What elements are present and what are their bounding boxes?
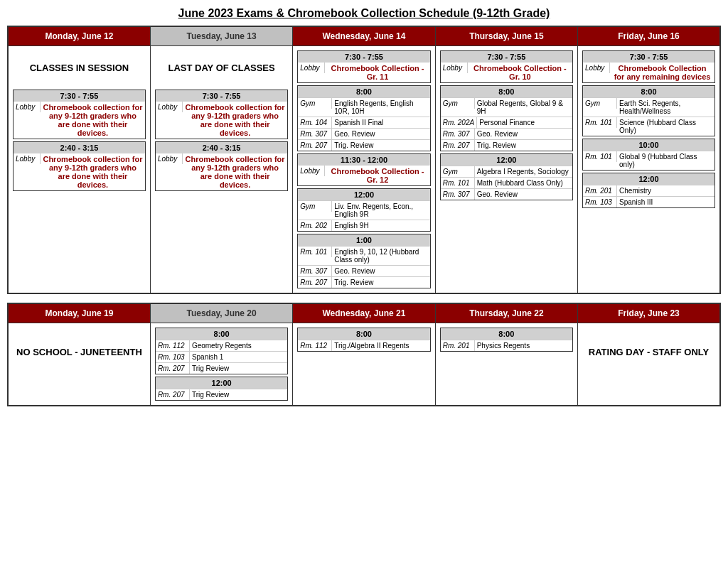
- room-label: Rm. 207: [298, 140, 332, 151]
- chromebook-block: 7:30 - 7:55LobbyChromebook collection fo…: [155, 90, 288, 139]
- chromebook-text: Chromebook Collection - Gr. 10: [468, 63, 572, 82]
- chromebook-block: 7:30 - 7:55LobbyChromebook Collection - …: [440, 50, 573, 83]
- classes-in-session: CLASSES IN SESSION: [11, 48, 148, 87]
- room-row: Rm. 307Geo. Review: [441, 128, 572, 139]
- time-label: 11:30 - 12:00: [298, 154, 429, 166]
- room-row: GymAlgebra I Regents, Sociology: [441, 166, 572, 177]
- day-header: Wednesday, June 21: [293, 303, 435, 323]
- time-label: 7:30 - 7:55: [156, 90, 287, 102]
- time-block: 12:00GymAlgebra I Regents, SociologyRm. …: [440, 153, 573, 200]
- cell-content: 7:30 - 7:55LobbyChromebook Collection - …: [293, 46, 434, 293]
- time-block: 8:00GymGlobal Regents, Global 9 & 9HRm. …: [440, 85, 573, 151]
- day-cell: CLASSES IN SESSION7:30 - 7:55LobbyChrome…: [8, 46, 150, 294]
- cell-content: CLASSES IN SESSION7:30 - 7:55LobbyChrome…: [9, 46, 150, 195]
- room-event: Geo. Review: [332, 129, 429, 139]
- room-row: GymGlobal Regents, Global 9 & 9H: [441, 97, 572, 117]
- day-cell: 7:30 - 7:55LobbyChromebook Collection fo…: [578, 46, 720, 294]
- room-event: English 9, 10, 12 (Hubbard Class only): [332, 247, 429, 265]
- room-row: Rm. 207Trig Review: [156, 389, 287, 400]
- time-label: 8:00: [441, 86, 572, 97]
- time-label: 7:30 - 7:55: [298, 51, 429, 63]
- room-label: Rm. 112: [298, 340, 332, 351]
- room-row: Rm. 103Spanish 1: [156, 351, 287, 362]
- room-label: Rm. 103: [583, 197, 617, 207]
- room-row: GymLiv. Env. Regents, Econ., English 9R: [298, 200, 429, 220]
- chromebook-text: Chromebook collection for any 9-12th gra…: [41, 102, 145, 139]
- time-label: 2:40 - 3:15: [14, 142, 145, 153]
- room-event: Algebra I Regents, Sociology: [475, 166, 572, 177]
- room-event: Geo. Review: [475, 129, 572, 139]
- chromebook-block: 7:30 - 7:55LobbyChromebook Collection fo…: [582, 50, 715, 83]
- room-row: Rm. 201Chemistry: [583, 185, 714, 196]
- room-label: Rm. 207: [156, 363, 190, 374]
- room-row: Rm. 201Physics Regents: [441, 340, 572, 351]
- room-label: Lobby: [298, 63, 325, 73]
- room-row: Rm. 112Trig./Algebra II Regents: [298, 340, 429, 351]
- chromebook-block: 7:30 - 7:55LobbyChromebook collection fo…: [13, 90, 146, 139]
- time-block: 8:00Rm. 112Trig./Algebra II Regents: [297, 328, 430, 352]
- time-label: 1:00: [298, 234, 429, 246]
- day-cell: 8:00Rm. 112Geometry RegentsRm. 103Spanis…: [150, 323, 292, 406]
- time-block: 12:00Rm. 207Trig Review: [155, 377, 288, 401]
- lobby-label: Lobby: [156, 153, 183, 164]
- room-label: Rm. 101: [441, 178, 475, 188]
- schedule-table: Monday, June 12Tuesday, June 13Wednesday…: [7, 26, 721, 294]
- room-label: Gym: [298, 98, 332, 109]
- time-label: 12:00: [441, 154, 572, 166]
- room-label: Rm. 202A: [441, 117, 477, 128]
- time-label: 7:30 - 7:55: [14, 90, 145, 102]
- room-event: Earth Sci. Regents, Health/Wellness: [617, 98, 714, 117]
- room-event: Trig. Review: [332, 277, 429, 288]
- room-event: Trig./Algebra II Regents: [332, 340, 429, 351]
- cell-content: LAST DAY OF CLASSES7:30 - 7:55LobbyChrom…: [151, 46, 292, 195]
- room-row: Rm. 101Math (Hubbard Class Only): [441, 177, 572, 188]
- room-label: Lobby: [298, 166, 325, 176]
- last-day-label: LAST DAY OF CLASSES: [153, 48, 290, 87]
- room-event: Personal Finance: [477, 117, 572, 128]
- time-block: 8:00GymEnglish Regents, English 10R, 10H…: [297, 85, 430, 151]
- room-label: Rm. 207: [441, 140, 475, 151]
- chromebook-text: Chromebook collection for any 9-12th gra…: [41, 153, 145, 190]
- room-row: Rm. 101Global 9 (Hubbard Class only): [583, 151, 714, 170]
- chromebook-text: Chromebook collection for any 9-12th gra…: [183, 102, 287, 139]
- day-cell: RATING DAY - STAFF ONLY: [578, 323, 720, 406]
- room-event: Global Regents, Global 9 & 9H: [475, 98, 572, 117]
- chromebook-block: 2:40 - 3:15LobbyChromebook collection fo…: [155, 141, 288, 191]
- cell-content: 7:30 - 7:55LobbyChromebook Collection - …: [436, 46, 577, 205]
- room-event: Liv. Env. Regents, Econ., English 9R: [332, 201, 429, 220]
- cell-content: 8:00Rm. 112Geometry RegentsRm. 103Spanis…: [151, 323, 292, 405]
- room-label: Rm. 307: [441, 129, 475, 139]
- room-event: English Regents, English 10R, 10H: [332, 98, 429, 117]
- room-row: Rm. 307Geo. Review: [441, 188, 572, 200]
- day-cell: 7:30 - 7:55LobbyChromebook Collection - …: [435, 46, 577, 294]
- lobby-label: Lobby: [14, 153, 41, 164]
- room-label: Rm. 307: [298, 266, 332, 276]
- time-label: 8:00: [298, 86, 429, 97]
- room-event: Geo. Review: [332, 266, 429, 276]
- day-header-label: Monday, June 19: [9, 304, 150, 323]
- day-cell: 8:00Rm. 112Trig./Algebra II Regents: [293, 323, 435, 406]
- time-label: 10:00: [583, 139, 714, 151]
- room-row: Rm. 207Trig Review: [156, 362, 287, 374]
- time-label: 7:30 - 7:55: [583, 51, 714, 63]
- room-event: Spanish III: [617, 197, 714, 207]
- room-label: Rm. 207: [298, 277, 332, 288]
- chromebook-block: 7:30 - 7:55LobbyChromebook Collection - …: [297, 50, 430, 83]
- rating-day-label: RATING DAY - STAFF ONLY: [580, 325, 717, 379]
- day-header: Thursday, June 22: [435, 303, 577, 323]
- time-block: 8:00GymEarth Sci. Regents, Health/Wellne…: [582, 85, 715, 136]
- room-row: Rm. 307Geo. Review: [298, 128, 429, 139]
- day-header: Tuesday, June 20: [150, 303, 292, 323]
- time-block: 8:00Rm. 112Geometry RegentsRm. 103Spanis…: [155, 328, 288, 374]
- day-header-label: Thursday, June 22: [436, 304, 577, 323]
- day-header-label: Tuesday, June 13: [151, 27, 292, 45]
- room-event: Science (Hubbard Class Only): [617, 117, 714, 136]
- chromebook-text: Chromebook Collection for any remaining …: [610, 63, 714, 82]
- room-row: Rm. 101English 9, 10, 12 (Hubbard Class …: [298, 246, 429, 265]
- time-label: 12:00: [298, 189, 429, 200]
- time-block: 12:00Rm. 201ChemistryRm. 103Spanish III: [582, 173, 715, 208]
- room-event: Physics Regents: [475, 340, 572, 351]
- time-label: 8:00: [156, 328, 287, 340]
- room-label: Rm. 101: [583, 117, 617, 128]
- room-event: English 9H: [332, 220, 429, 231]
